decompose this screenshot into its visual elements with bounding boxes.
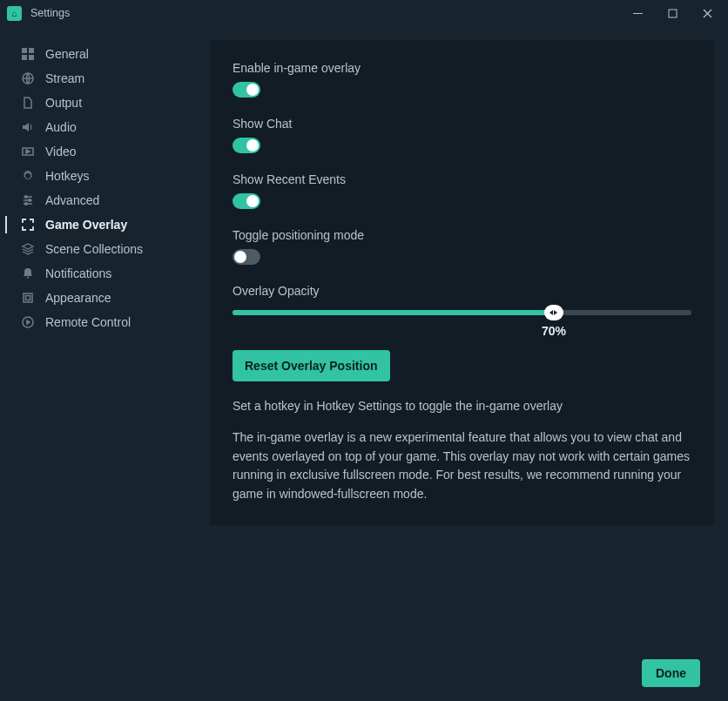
sidebar-item-notifications[interactable]: Notifications xyxy=(0,261,196,286)
opacity-slider[interactable]: 70% xyxy=(233,305,691,315)
bell-icon xyxy=(21,266,35,280)
svg-rect-1 xyxy=(669,10,677,17)
sidebar-item-remote-control[interactable]: Remote Control xyxy=(0,310,196,334)
volume-icon xyxy=(21,120,35,134)
game-overlay-panel: Enable in-game overlay Show Chat Show Re… xyxy=(210,40,714,525)
show-events-toggle[interactable] xyxy=(233,193,260,209)
sidebar-item-stream[interactable]: Stream xyxy=(0,66,196,91)
minimize-button[interactable] xyxy=(620,0,655,26)
sidebar-item-label: Game Overlay xyxy=(45,218,127,232)
overlay-description: The in-game overlay is a new experimenta… xyxy=(233,428,691,504)
sidebar-item-label: Audio xyxy=(45,120,77,134)
sidebar-item-advanced[interactable]: Advanced xyxy=(0,188,196,212)
globe-icon xyxy=(21,71,35,85)
sidebar-item-label: General xyxy=(45,47,89,61)
sidebar-item-label: Notifications xyxy=(45,266,111,280)
show-chat-label: Show Chat xyxy=(233,117,691,131)
sliders-icon xyxy=(21,193,35,207)
sidebar-item-video[interactable]: Video xyxy=(0,139,196,164)
sidebar-item-general[interactable]: General xyxy=(0,42,196,66)
opacity-value: 70% xyxy=(542,324,566,338)
setting-show-chat: Show Chat xyxy=(233,117,691,153)
play-circle-icon xyxy=(21,315,35,329)
svg-rect-13 xyxy=(24,293,32,302)
close-button[interactable] xyxy=(690,0,725,26)
sidebar-item-game-overlay[interactable]: Game Overlay xyxy=(0,212,196,237)
overlay-hint: Set a hotkey in Hotkey Settings to toggl… xyxy=(233,399,691,413)
setting-opacity: Overlay Opacity 70% xyxy=(233,284,691,315)
setting-enable-overlay: Enable in-game overlay xyxy=(233,61,691,98)
window-title: Settings xyxy=(30,7,70,19)
svg-point-11 xyxy=(29,199,31,202)
app-icon: ⌂ xyxy=(7,6,22,21)
show-events-label: Show Recent Events xyxy=(233,172,691,186)
sidebar-item-label: Remote Control xyxy=(45,315,131,329)
svg-rect-14 xyxy=(26,296,30,300)
layers-icon xyxy=(21,242,35,256)
sidebar-item-label: Stream xyxy=(45,71,84,85)
opacity-label: Overlay Opacity xyxy=(233,284,691,298)
file-icon xyxy=(21,96,35,110)
footer: Done xyxy=(210,647,714,701)
reset-overlay-position-button[interactable]: Reset Overlay Position xyxy=(233,350,390,381)
svg-rect-4 xyxy=(22,48,27,53)
video-icon xyxy=(21,145,35,158)
sidebar-item-hotkeys[interactable]: Hotkeys xyxy=(0,164,196,188)
sidebar-item-scene-collections[interactable]: Scene Collections xyxy=(0,237,196,261)
settings-content: Enable in-game overlay Show Chat Show Re… xyxy=(196,26,728,701)
svg-rect-7 xyxy=(29,55,34,60)
enable-overlay-label: Enable in-game overlay xyxy=(233,61,691,75)
titlebar: ⌂ Settings xyxy=(0,0,728,26)
expand-icon xyxy=(21,218,35,232)
sidebar-item-output[interactable]: Output xyxy=(0,91,196,115)
gear-icon xyxy=(21,169,35,183)
positioning-mode-toggle[interactable] xyxy=(233,249,260,265)
enable-overlay-toggle[interactable] xyxy=(233,82,260,98)
grid-icon xyxy=(21,47,35,61)
svg-rect-5 xyxy=(29,48,34,53)
setting-positioning-mode: Toggle positioning mode xyxy=(233,228,691,265)
done-button[interactable]: Done xyxy=(642,659,700,687)
svg-point-10 xyxy=(25,196,28,199)
maximize-button[interactable] xyxy=(655,0,690,26)
show-chat-toggle[interactable] xyxy=(233,138,260,153)
settings-sidebar: GeneralStreamOutputAudioVideoHotkeysAdva… xyxy=(0,26,196,701)
svg-point-12 xyxy=(25,203,28,206)
sidebar-item-label: Scene Collections xyxy=(45,242,143,256)
svg-rect-6 xyxy=(22,55,27,60)
sidebar-item-label: Video xyxy=(45,145,77,158)
setting-show-events: Show Recent Events xyxy=(233,172,691,209)
svg-rect-0 xyxy=(633,13,643,14)
sidebar-item-label: Appearance xyxy=(45,291,111,305)
sidebar-item-audio[interactable]: Audio xyxy=(0,115,196,139)
square-icon xyxy=(21,291,35,305)
sidebar-item-label: Advanced xyxy=(45,193,99,207)
sidebar-item-appearance[interactable]: Appearance xyxy=(0,286,196,310)
sidebar-item-label: Hotkeys xyxy=(45,169,90,183)
sidebar-item-label: Output xyxy=(45,96,82,110)
positioning-mode-label: Toggle positioning mode xyxy=(233,228,691,242)
